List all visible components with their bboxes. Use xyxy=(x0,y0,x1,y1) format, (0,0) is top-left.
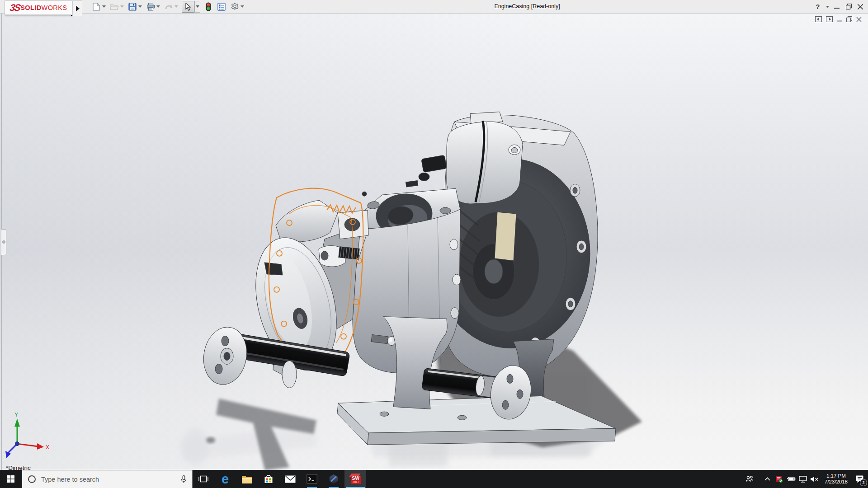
start-button[interactable] xyxy=(0,470,22,488)
save-floppy-icon xyxy=(127,2,137,12)
solidworks-logo-mark-icon: 3S xyxy=(9,3,20,12)
windows-logo-icon xyxy=(7,475,14,483)
action-center-button[interactable]: 3 xyxy=(852,470,868,488)
sw-year: 2017 xyxy=(353,481,359,484)
tray-network[interactable] xyxy=(797,470,809,488)
battery-icon xyxy=(787,476,796,482)
solidworks-logo: 3S SOLIDWORKS xyxy=(5,0,72,15)
tray-solidworks-monitor[interactable] xyxy=(774,470,785,488)
solidworks-app-icon: SW 2017 xyxy=(349,473,361,485)
titlebar: 3S SOLIDWORKS xyxy=(0,0,868,14)
select-tool-button[interactable] xyxy=(182,1,200,13)
pane-right-icon[interactable] xyxy=(826,16,833,22)
file-explorer-icon xyxy=(241,474,253,484)
file-properties-button[interactable] xyxy=(217,2,226,12)
document-window-controls xyxy=(815,16,862,22)
undo-button[interactable] xyxy=(164,2,179,12)
graphics-area[interactable]: Y X *Dimetric xyxy=(0,14,868,470)
taskbar-app-edge[interactable]: e xyxy=(214,470,236,488)
open-folder-icon xyxy=(109,2,119,12)
flyout-arrow-icon xyxy=(75,6,80,11)
microphone-icon[interactable] xyxy=(181,475,187,483)
feature-tree-collapsed-tab[interactable] xyxy=(1,229,6,255)
doc-minimize-icon[interactable] xyxy=(837,17,842,22)
doc-close-icon[interactable] xyxy=(856,17,862,22)
close-button[interactable] xyxy=(854,0,866,13)
tray-date: 7/23/2018 xyxy=(825,479,848,485)
printer-icon xyxy=(146,2,156,12)
brand-solid: SOLID xyxy=(20,4,41,11)
edge-icon: e xyxy=(222,473,229,485)
tab-grip-icon xyxy=(2,240,5,244)
taskbar-app-task-view[interactable] xyxy=(193,470,214,488)
taskbar-app-solidworks[interactable]: SW 2017 xyxy=(344,470,366,488)
notification-badge: 3 xyxy=(860,479,867,486)
rebuild-button[interactable] xyxy=(203,2,213,12)
print-button[interactable] xyxy=(146,2,160,12)
save-button[interactable] xyxy=(127,2,142,12)
open-dropdown[interactable] xyxy=(119,2,124,11)
save-dropdown[interactable] xyxy=(137,2,142,11)
tray-expand-button[interactable] xyxy=(762,470,774,488)
chevron-up-icon xyxy=(764,477,770,481)
tray-clock[interactable]: 1:17 PM 7/23/2018 xyxy=(821,473,852,485)
help-label: ? xyxy=(816,3,820,10)
store-icon xyxy=(264,474,274,484)
print-dropdown[interactable] xyxy=(156,2,160,11)
model-view[interactable]: Y X xyxy=(0,14,868,470)
system-tray: 1:17 PM 7/23/2018 3 xyxy=(744,470,868,488)
people-icon xyxy=(745,475,754,483)
new-document-button[interactable] xyxy=(91,2,106,12)
help-button[interactable]: ? xyxy=(812,0,824,13)
traffic-light-icon xyxy=(203,2,213,12)
task-view-icon xyxy=(198,475,208,483)
solidworks-resource-monitor-icon xyxy=(775,475,783,483)
triad-x-label: X xyxy=(46,444,49,450)
taskbar-app-command-prompt[interactable] xyxy=(301,470,323,488)
window-buttons: ? xyxy=(812,0,866,13)
gear-icon xyxy=(230,2,240,12)
quick-access-toolbar xyxy=(91,0,248,13)
network-icon xyxy=(799,476,807,483)
window-title: EngineCasing [Read-only] xyxy=(494,0,560,13)
taskbar-app-file-explorer[interactable] xyxy=(236,470,258,488)
select-cursor-icon xyxy=(182,1,194,13)
windows-taskbar: Type here to search e xyxy=(0,470,868,488)
volume-muted-icon xyxy=(810,476,819,483)
tray-volume-muted[interactable] xyxy=(809,470,821,488)
restore-button[interactable] xyxy=(843,0,854,13)
new-document-icon xyxy=(91,2,101,12)
hexagon-app-icon xyxy=(328,474,339,484)
undo-dropdown[interactable] xyxy=(174,2,179,11)
search-placeholder: Type here to search xyxy=(41,476,176,483)
doc-restore-icon[interactable] xyxy=(846,16,852,22)
taskbar-app-mail[interactable] xyxy=(279,470,301,488)
cover-clamp xyxy=(264,263,283,275)
open-button[interactable] xyxy=(109,2,124,12)
mail-icon xyxy=(285,475,296,483)
menu-flyout-button[interactable] xyxy=(72,0,82,16)
new-document-dropdown[interactable] xyxy=(101,2,106,11)
file-properties-icon xyxy=(217,2,226,12)
command-prompt-icon xyxy=(307,474,317,484)
pane-left-icon[interactable] xyxy=(815,16,822,22)
select-tool-dropdown[interactable] xyxy=(194,1,200,13)
tray-battery[interactable] xyxy=(785,470,797,488)
options-button[interactable] xyxy=(230,2,245,12)
brand-works: WORKS xyxy=(42,4,67,11)
people-button[interactable] xyxy=(744,470,755,488)
options-dropdown[interactable] xyxy=(240,2,245,11)
view-orientation-label: *Dimetric xyxy=(6,465,31,470)
taskbar-app-store[interactable] xyxy=(258,470,279,488)
cortana-icon xyxy=(28,475,36,483)
taskbar-app-hexagon-cad[interactable] xyxy=(323,470,344,488)
undo-arrow-icon xyxy=(164,2,174,12)
triad-y-label: Y xyxy=(14,412,18,418)
minimize-button[interactable] xyxy=(831,0,843,13)
taskbar-search[interactable]: Type here to search xyxy=(22,470,193,488)
help-dropdown[interactable] xyxy=(824,0,831,13)
solidworks-logo-text: SOLIDWORKS xyxy=(20,4,67,11)
tray-time: 1:17 PM xyxy=(825,473,848,479)
